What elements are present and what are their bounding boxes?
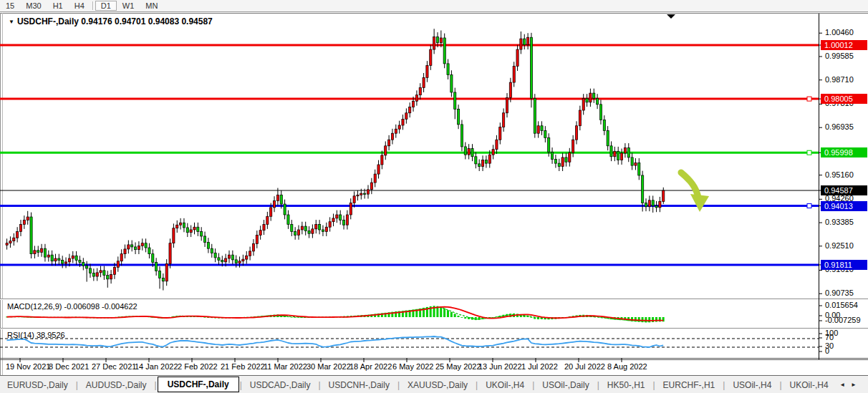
date-axis-label: 1 Jul 2022 (521, 362, 558, 371)
date-axis-label: 18 Apr 2022 (349, 362, 392, 371)
candle (662, 190, 665, 201)
candle (329, 222, 331, 227)
candle (214, 253, 216, 258)
candle (169, 243, 171, 264)
price-axis-label: 0.96935 (825, 122, 854, 131)
candle (635, 162, 637, 165)
mt4-terminal: 15M30H1H4D1W1MN ▼USDCHF-,Daily 0.94176 0… (0, 0, 868, 393)
indicator-axis-label: -0.007259 (825, 316, 861, 324)
candle (430, 49, 432, 65)
candle (385, 146, 387, 155)
timeframe-button-15[interactable]: 15 (0, 1, 20, 11)
timeframe-button-w1[interactable]: W1 (117, 1, 140, 11)
candle (548, 138, 550, 152)
date-axis-label: 11 Mar 2022 (264, 362, 307, 371)
candle (266, 216, 269, 224)
candle (287, 215, 289, 224)
macd-bar (447, 310, 449, 317)
candle (478, 164, 481, 167)
indicator-axis-label: 0 (825, 346, 829, 355)
chart-window: ▼USDCHF-,Daily 0.94176 0.94701 0.94083 0… (0, 12, 868, 375)
candle (176, 225, 178, 228)
candle (51, 255, 53, 261)
candle (124, 249, 126, 254)
candle (110, 274, 112, 278)
candle (419, 88, 421, 95)
candle (367, 190, 369, 194)
candle (488, 155, 491, 163)
chart-tab-hk50-h1[interactable]: HK50-,H1 (600, 378, 652, 392)
candle (96, 273, 98, 276)
chart-tab-eurusd-daily[interactable]: EURUSD-,Daily (0, 378, 75, 392)
chart-ohlc-values: 0.94176 0.94701 0.94083 0.94587 (81, 16, 213, 26)
chart-tab-usdcad-daily[interactable]: USDCAD-,Daily (243, 378, 318, 392)
timeframe-button-m30[interactable]: M30 (20, 1, 47, 11)
candle (357, 195, 359, 195)
price-axis-label: 0.98710 (825, 75, 854, 84)
candle (582, 99, 584, 110)
candle (308, 231, 310, 233)
candle (524, 39, 526, 45)
candle (481, 160, 483, 167)
candle (134, 247, 136, 250)
timeframe-button-h4[interactable]: H4 (69, 1, 90, 11)
candle (353, 196, 355, 203)
candle (475, 157, 477, 164)
candle (579, 110, 581, 126)
price-axis-label: 0.90735 (825, 288, 854, 297)
chevron-down-icon[interactable]: ▼ (9, 19, 14, 25)
timeframe-button-h1[interactable]: H1 (47, 1, 69, 11)
macd-bar (458, 316, 460, 317)
candle (138, 246, 140, 249)
chart-canvas[interactable] (0, 12, 868, 375)
candle (201, 232, 203, 236)
candle (638, 162, 640, 175)
tabs-scroll-right-icon[interactable]: ► (851, 382, 862, 388)
chart-tab-eurchf-h1[interactable]: EURCHF-,H1 (656, 378, 723, 392)
rsi-indicator-label: RSI(14) 38.9526 (7, 331, 65, 339)
candle (370, 183, 372, 190)
candle (388, 140, 390, 146)
candle (301, 226, 303, 230)
timeframe-button-d1[interactable]: D1 (95, 1, 117, 11)
tabs-scroll-left-icon[interactable]: ◄ (839, 382, 851, 388)
candle (54, 258, 57, 261)
candle (558, 163, 560, 166)
chart-tab-ukoil-h4[interactable]: UKOil-,H4 (478, 378, 531, 392)
chart-tab-usoil-h4[interactable]: USOil-,H4 (725, 378, 778, 392)
candle (186, 228, 188, 233)
candle (231, 255, 233, 260)
hline-handle (807, 97, 811, 101)
candle (412, 101, 414, 107)
candle (513, 67, 515, 82)
down-arrow-annotation-head (690, 194, 709, 212)
candle (391, 133, 393, 140)
candle (433, 37, 435, 49)
candle (607, 130, 609, 145)
candle (294, 232, 296, 236)
candle (246, 256, 248, 259)
candle (26, 217, 29, 220)
candle (395, 129, 397, 133)
chart-tab-audusd-daily[interactable]: AUDUSD-,Daily (79, 378, 154, 392)
candle (190, 230, 192, 233)
price-axis-label: 1.00460 (825, 28, 854, 37)
candle (30, 217, 32, 254)
hline-handle (807, 204, 811, 208)
chart-tab-usoil-daily[interactable]: USOil-,Daily (535, 378, 596, 392)
chart-tab-usdcnh-daily[interactable]: USDCNH-,Daily (322, 378, 397, 392)
indicator-axis-label: 70 (825, 333, 834, 341)
candle (409, 107, 411, 113)
date-axis-label: 2 Feb 2022 (178, 362, 218, 371)
chart-tab-ukoil-h4[interactable]: UKOil-,H4 (783, 378, 836, 392)
date-axis-label: 8 Dec 2021 (49, 362, 89, 371)
chart-tab-xauusd-daily[interactable]: XAUUSD-,Daily (400, 378, 475, 392)
candle (530, 37, 532, 98)
candle (450, 75, 453, 92)
candle (276, 195, 279, 200)
chart-tab-usdchf-daily[interactable]: USDCHF-,Daily (158, 377, 239, 392)
timeframe-button-mn[interactable]: MN (140, 1, 163, 11)
candle (496, 140, 498, 149)
candle (499, 127, 501, 140)
price-axis-label: 0.93385 (825, 218, 854, 226)
